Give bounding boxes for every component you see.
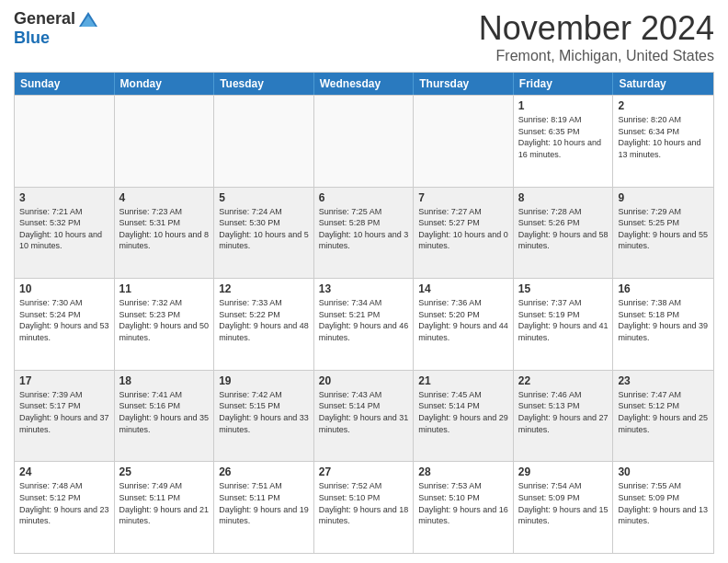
- day-number: 23: [618, 374, 709, 387]
- day-number: 18: [119, 374, 210, 387]
- day-number: 28: [418, 465, 508, 478]
- day-number: 25: [119, 465, 210, 478]
- logo-general-text: General: [14, 9, 75, 29]
- header-day-thursday: Thursday: [414, 73, 514, 95]
- location: Fremont, Michigan, United States: [479, 48, 714, 64]
- day-info: Sunrise: 7:24 AMSunset: 5:30 PMDaylight:…: [219, 206, 309, 252]
- day-info: Sunrise: 7:29 AMSunset: 5:25 PMDaylight:…: [618, 206, 709, 252]
- calendar-cell: 17Sunrise: 7:39 AMSunset: 5:17 PMDayligh…: [15, 371, 115, 462]
- day-number: 17: [19, 374, 109, 387]
- day-info: Sunrise: 7:54 AMSunset: 5:09 PMDaylight:…: [518, 480, 609, 526]
- day-number: 26: [219, 465, 309, 478]
- logo: General Blue: [14, 9, 99, 48]
- day-info: Sunrise: 7:33 AMSunset: 5:22 PMDaylight:…: [219, 297, 309, 343]
- calendar-cell: 6Sunrise: 7:25 AMSunset: 5:28 PMDaylight…: [314, 188, 415, 279]
- day-number: 1: [518, 99, 609, 112]
- calendar-cell: 14Sunrise: 7:36 AMSunset: 5:20 PMDayligh…: [414, 279, 514, 370]
- calendar-cell: 21Sunrise: 7:45 AMSunset: 5:14 PMDayligh…: [414, 371, 514, 462]
- day-number: 27: [319, 465, 409, 478]
- day-info: Sunrise: 7:38 AMSunset: 5:18 PMDaylight:…: [618, 297, 709, 343]
- logo-icon: [77, 10, 99, 29]
- day-info: Sunrise: 7:41 AMSunset: 5:16 PMDaylight:…: [119, 389, 210, 435]
- calendar-row-0: 1Sunrise: 8:19 AMSunset: 6:35 PMDaylight…: [15, 95, 713, 187]
- day-info: Sunrise: 7:52 AMSunset: 5:10 PMDaylight:…: [319, 480, 409, 526]
- header-day-monday: Monday: [115, 73, 215, 95]
- calendar-cell: [414, 96, 514, 187]
- day-number: 11: [119, 282, 210, 295]
- calendar-body: 1Sunrise: 8:19 AMSunset: 6:35 PMDaylight…: [15, 95, 713, 553]
- calendar-cell: 27Sunrise: 7:52 AMSunset: 5:10 PMDayligh…: [314, 462, 415, 553]
- header: General Blue November 2024 Fremont, Mich…: [14, 9, 714, 64]
- day-number: 30: [618, 465, 709, 478]
- day-info: Sunrise: 7:30 AMSunset: 5:24 PMDaylight:…: [19, 297, 109, 343]
- calendar-cell: 24Sunrise: 7:48 AMSunset: 5:12 PMDayligh…: [15, 462, 115, 553]
- calendar-cell: 4Sunrise: 7:23 AMSunset: 5:31 PMDaylight…: [115, 188, 215, 279]
- calendar-cell: 10Sunrise: 7:30 AMSunset: 5:24 PMDayligh…: [15, 279, 115, 370]
- day-number: 19: [219, 374, 309, 387]
- day-info: Sunrise: 7:27 AMSunset: 5:27 PMDaylight:…: [418, 206, 508, 252]
- day-number: 7: [418, 191, 508, 204]
- calendar-cell: 18Sunrise: 7:41 AMSunset: 5:16 PMDayligh…: [115, 371, 215, 462]
- calendar-cell: 23Sunrise: 7:47 AMSunset: 5:12 PMDayligh…: [613, 371, 713, 462]
- calendar-cell: 19Sunrise: 7:42 AMSunset: 5:15 PMDayligh…: [214, 371, 314, 462]
- header-day-sunday: Sunday: [15, 73, 115, 95]
- day-number: 8: [518, 191, 609, 204]
- day-info: Sunrise: 7:21 AMSunset: 5:32 PMDaylight:…: [19, 206, 109, 252]
- header-day-wednesday: Wednesday: [314, 73, 415, 95]
- calendar-row-3: 17Sunrise: 7:39 AMSunset: 5:17 PMDayligh…: [15, 370, 713, 462]
- calendar-row-2: 10Sunrise: 7:30 AMSunset: 5:24 PMDayligh…: [15, 278, 713, 370]
- day-number: 6: [319, 191, 409, 204]
- calendar-cell: 16Sunrise: 7:38 AMSunset: 5:18 PMDayligh…: [613, 279, 713, 370]
- day-info: Sunrise: 7:23 AMSunset: 5:31 PMDaylight:…: [119, 206, 210, 252]
- calendar-cell: 8Sunrise: 7:28 AMSunset: 5:26 PMDaylight…: [514, 188, 614, 279]
- month-title: November 2024: [479, 9, 714, 48]
- logo-blue-text: Blue: [14, 29, 50, 47]
- day-number: 13: [319, 282, 409, 295]
- day-info: Sunrise: 8:20 AMSunset: 6:34 PMDaylight:…: [618, 114, 709, 160]
- day-info: Sunrise: 7:47 AMSunset: 5:12 PMDaylight:…: [618, 389, 709, 435]
- day-number: 4: [119, 191, 210, 204]
- day-number: 29: [518, 465, 609, 478]
- day-number: 22: [518, 374, 609, 387]
- day-info: Sunrise: 7:28 AMSunset: 5:26 PMDaylight:…: [518, 206, 609, 252]
- day-info: Sunrise: 7:45 AMSunset: 5:14 PMDaylight:…: [418, 389, 508, 435]
- calendar-cell: 1Sunrise: 8:19 AMSunset: 6:35 PMDaylight…: [514, 96, 614, 187]
- calendar-row-4: 24Sunrise: 7:48 AMSunset: 5:12 PMDayligh…: [15, 461, 713, 553]
- day-number: 2: [618, 99, 709, 112]
- calendar-cell: 9Sunrise: 7:29 AMSunset: 5:25 PMDaylight…: [613, 188, 713, 279]
- calendar-cell: 30Sunrise: 7:55 AMSunset: 5:09 PMDayligh…: [613, 462, 713, 553]
- day-info: Sunrise: 7:25 AMSunset: 5:28 PMDaylight:…: [319, 206, 409, 252]
- day-number: 3: [19, 191, 109, 204]
- calendar-cell: 22Sunrise: 7:46 AMSunset: 5:13 PMDayligh…: [514, 371, 614, 462]
- calendar: SundayMondayTuesdayWednesdayThursdayFrid…: [14, 72, 714, 554]
- calendar-cell: [15, 96, 115, 187]
- page: General Blue November 2024 Fremont, Mich…: [0, 0, 728, 563]
- day-info: Sunrise: 7:39 AMSunset: 5:17 PMDaylight:…: [19, 389, 109, 435]
- title-area: November 2024 Fremont, Michigan, United …: [479, 9, 714, 64]
- calendar-cell: 26Sunrise: 7:51 AMSunset: 5:11 PMDayligh…: [214, 462, 314, 553]
- calendar-cell: 7Sunrise: 7:27 AMSunset: 5:27 PMDaylight…: [414, 188, 514, 279]
- day-info: Sunrise: 7:43 AMSunset: 5:14 PMDaylight:…: [319, 389, 409, 435]
- calendar-row-1: 3Sunrise: 7:21 AMSunset: 5:32 PMDaylight…: [15, 187, 713, 279]
- day-info: Sunrise: 7:34 AMSunset: 5:21 PMDaylight:…: [319, 297, 409, 343]
- day-info: Sunrise: 7:37 AMSunset: 5:19 PMDaylight:…: [518, 297, 609, 343]
- header-day-friday: Friday: [514, 73, 614, 95]
- day-info: Sunrise: 7:42 AMSunset: 5:15 PMDaylight:…: [219, 389, 309, 435]
- calendar-cell: 12Sunrise: 7:33 AMSunset: 5:22 PMDayligh…: [214, 279, 314, 370]
- calendar-cell: 5Sunrise: 7:24 AMSunset: 5:30 PMDaylight…: [214, 188, 314, 279]
- day-info: Sunrise: 7:32 AMSunset: 5:23 PMDaylight:…: [119, 297, 210, 343]
- calendar-cell: 20Sunrise: 7:43 AMSunset: 5:14 PMDayligh…: [314, 371, 415, 462]
- calendar-cell: 15Sunrise: 7:37 AMSunset: 5:19 PMDayligh…: [514, 279, 614, 370]
- day-info: Sunrise: 7:53 AMSunset: 5:10 PMDaylight:…: [418, 480, 508, 526]
- day-number: 15: [518, 282, 609, 295]
- calendar-cell: [314, 96, 415, 187]
- header-day-saturday: Saturday: [613, 73, 713, 95]
- calendar-cell: 13Sunrise: 7:34 AMSunset: 5:21 PMDayligh…: [314, 279, 415, 370]
- day-number: 21: [418, 374, 508, 387]
- day-number: 16: [618, 282, 709, 295]
- calendar-cell: [214, 96, 314, 187]
- day-number: 20: [319, 374, 409, 387]
- day-number: 10: [19, 282, 109, 295]
- calendar-cell: 11Sunrise: 7:32 AMSunset: 5:23 PMDayligh…: [115, 279, 215, 370]
- calendar-cell: 28Sunrise: 7:53 AMSunset: 5:10 PMDayligh…: [414, 462, 514, 553]
